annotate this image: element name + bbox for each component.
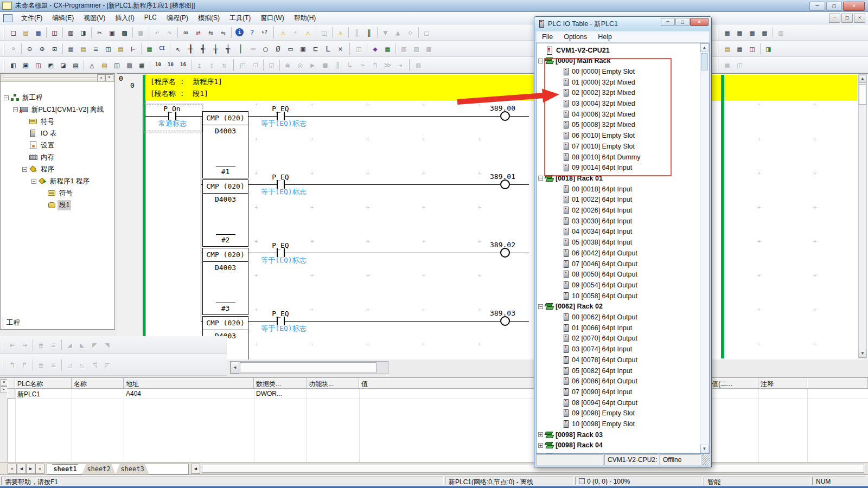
toggle-address-window-icon[interactable]: ◪ [57, 59, 69, 72]
partial-transfer-icon[interactable]: □ [420, 26, 433, 39]
select-tool-icon[interactable]: ↖ [172, 42, 184, 55]
go-next-icon[interactable]: ◥ [101, 338, 113, 351]
help-icon[interactable]: ? [246, 26, 258, 39]
io-tree-slot[interactable]: 08 [0094] 64pt Output [537, 397, 699, 408]
io-tree-rack[interactable]: −[0018] Rack 01 [537, 173, 699, 183]
io-tree-slot[interactable]: 09 [0014] 64pt Input [537, 163, 699, 173]
insert-rung-above-icon[interactable]: ⇤ [6, 338, 18, 351]
hierarchy-icon[interactable]: ⊢ [127, 42, 139, 55]
io-tree-slot[interactable]: 08 [0050] 64pt Output [537, 269, 699, 280]
ladder-editor[interactable]: 00[程序名 : 新程序1][段名称 : 段1]++++++++++++++++… [117, 73, 868, 359]
insert-rung-below-icon[interactable]: ⇥ [18, 338, 31, 351]
io-tree-rack[interactable]: +[0098] Rack 05 [537, 451, 699, 454]
go-prev-icon[interactable]: ◤ [88, 338, 101, 351]
redo-icon[interactable]: ↷ [163, 26, 176, 39]
step-over-icon[interactable]: ↷ [356, 59, 369, 72]
tree-expand-icon[interactable]: + [538, 432, 543, 437]
io-tree-rack[interactable]: +[0098] Rack 04 [537, 440, 699, 451]
download-icon[interactable]: ▼ [379, 26, 392, 39]
new-coil-nc-icon[interactable]: Ø [272, 42, 284, 55]
display-decimal-icon[interactable]: 10 [152, 59, 164, 72]
set-value-up-icon[interactable]: ↥ [193, 59, 206, 72]
toggle-watch-window-icon[interactable]: ◫ [32, 59, 44, 72]
menu-item-tools[interactable]: 工具(T) [225, 12, 256, 24]
shift-left-icon[interactable]: ↰ [6, 358, 18, 371]
slope3-icon[interactable]: ◹ [88, 358, 101, 371]
io-tree-slot[interactable]: 01 [0022] 64pt Input [537, 195, 699, 205]
watch-cell[interactable]: A404 [126, 389, 253, 400]
next-sheet-icon[interactable]: ▶ [26, 464, 35, 474]
cmp-instruction-block[interactable]: CMP (020)D4003#2 [202, 179, 248, 247]
context-help-icon[interactable]: ↖? [258, 26, 271, 39]
new-coil-icon[interactable]: ○ [259, 42, 272, 55]
menu-item-help[interactable]: 帮助(H) [289, 12, 321, 24]
paste-special-icon[interactable]: ▩ [135, 26, 147, 39]
project-tree-program1[interactable]: −新程序1 程序 [31, 175, 91, 187]
panel-close-button[interactable]: × [105, 74, 113, 81]
io-comment-icon[interactable]: ▦ [733, 42, 746, 55]
step-out-icon[interactable]: ↰ [369, 59, 381, 72]
pause-window-icon[interactable]: ◫ [353, 42, 365, 55]
work-online-icon[interactable]: ◫ [318, 26, 330, 39]
project-tree-section1[interactable]: 段1 [41, 199, 71, 211]
project-tree-programs[interactable]: −程序 [22, 163, 56, 175]
io-tree-slot[interactable]: 03 [0074] 64pt Input [537, 344, 699, 355]
monitor-view-icon[interactable]: ▦ [136, 59, 148, 72]
dialog-scrollbar[interactable]: ▲ ▼ [700, 43, 709, 453]
compile-icon[interactable]: ⚠ [277, 26, 289, 39]
continuous-run-icon[interactable]: ≫ [381, 59, 394, 72]
grid-toggle-icon[interactable]: ▦ [65, 42, 77, 55]
first-sheet-icon[interactable]: « [8, 464, 17, 474]
connect-line-icon[interactable]: L [322, 42, 334, 55]
rung-comment-list-icon[interactable]: ≣ [35, 338, 47, 351]
align2-icon[interactable]: ≡ [47, 358, 60, 371]
io-tree-slot[interactable]: 04 [0078] 64pt Output [537, 355, 699, 365]
project-tree-io-table[interactable]: IO 表 [22, 127, 58, 139]
display-signed-decimal-icon[interactable]: 10 [164, 59, 177, 72]
output-coil[interactable] [500, 111, 510, 121]
io-tree-slot[interactable]: 07 [0046] 64pt Output [537, 259, 699, 269]
io-tree-slot[interactable]: 02 [0070] 64pt Output [537, 333, 699, 344]
cmp-instruction-block[interactable]: CMP (020)D4003#1 [202, 111, 248, 178]
slope1-icon[interactable]: ◿ [63, 358, 76, 371]
io-tree-slot[interactable]: 06 [0086] 64pt Output [537, 376, 699, 387]
sheet-tab-2[interactable]: sheet2 [82, 464, 116, 474]
io-tree-slot[interactable]: 06 [0010] Empty Slot [537, 131, 699, 141]
tree-expand-icon[interactable]: − [31, 179, 36, 184]
program-transfer-to-icon[interactable]: ◰ [237, 59, 249, 72]
menu-item-program[interactable]: 编程(P) [162, 12, 193, 24]
info-icon[interactable]: i [235, 28, 244, 36]
io-tree-slot[interactable]: 09 [0098] Empty Slot [537, 408, 699, 419]
zoom-100-icon[interactable]: ⊡ [48, 42, 61, 55]
shift-right-icon[interactable]: ↱ [18, 358, 31, 371]
menu-item-view[interactable]: 视图(V) [79, 12, 110, 24]
io-tree-slot[interactable]: 00 [0018] 64pt Input [537, 184, 699, 194]
new-contact-icon[interactable]: ╂ [184, 42, 197, 55]
align-icon[interactable]: ≣ [35, 358, 47, 371]
go-rung-up-icon[interactable]: ◢ [63, 338, 76, 351]
project-tree-settings[interactable]: 设置 [22, 139, 56, 151]
properties-window-icon[interactable]: ▤ [69, 59, 82, 72]
new-or-contact-nc-icon[interactable]: ╅ [222, 42, 234, 55]
panel-grip[interactable]: ▴ × [1, 74, 114, 82]
set-value-down-icon[interactable]: ↧ [206, 59, 218, 72]
display-hex-icon[interactable]: 16 [177, 59, 189, 72]
output-coil[interactable] [500, 179, 510, 189]
run-to-end-icon[interactable]: ⇥ [394, 59, 406, 72]
scroll-left-icon[interactable]: ◀ [231, 362, 239, 374]
replace-icon[interactable]: ⇄ [192, 26, 205, 39]
io-tree-slot[interactable]: 02 [0026] 64pt Input [537, 206, 699, 216]
ladder-vertical-scrollbar[interactable]: ▲▼ [858, 74, 867, 358]
zoom-out-icon[interactable]: ⊖ [23, 42, 36, 55]
close-button[interactable]: × [843, 2, 865, 11]
watch-tab1-icon[interactable]: ▧ [398, 42, 410, 55]
menu-item-insert[interactable]: 插入(I) [110, 12, 139, 24]
new-or-contact-icon[interactable]: ╁ [209, 42, 222, 55]
dialog-restore-button[interactable]: □ [675, 18, 690, 26]
slope4-icon[interactable]: ◸ [101, 358, 113, 371]
scroll-down-icon[interactable]: ▼ [700, 445, 709, 453]
menu-item-window[interactable]: 窗口(W) [256, 12, 289, 24]
differential-monitor-icon[interactable]: ◆ [369, 42, 381, 55]
step-run-icon[interactable]: ↳ [344, 59, 356, 72]
ladder-horizontal-scrollbar[interactable]: ◀ [230, 361, 388, 374]
